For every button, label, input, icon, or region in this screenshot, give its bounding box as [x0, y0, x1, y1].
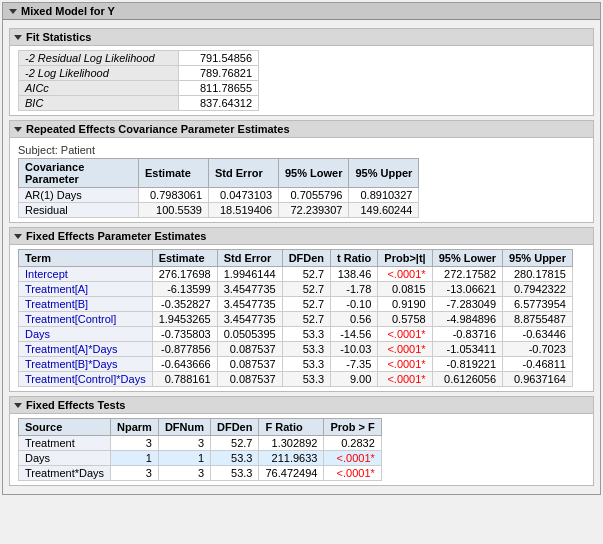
fixed-term: Treatment[Control] — [19, 312, 153, 327]
fixed-tratio: -14.56 — [331, 327, 378, 342]
fixed-col-header: Std Error — [217, 250, 282, 267]
fit-stat-name: -2 Log Likelihood — [19, 66, 179, 81]
test-fratio: 76.472494 — [259, 466, 324, 481]
fixed-estimate: 1.9453265 — [152, 312, 217, 327]
table-row: Treatment[A]*Days -0.877856 0.087537 53.… — [19, 342, 573, 357]
fixed-tratio: -1.78 — [331, 282, 378, 297]
cov-stderr: 18.519406 — [209, 203, 279, 218]
test-source: Days — [19, 451, 111, 466]
fit-stat-value: 789.76821 — [179, 66, 259, 81]
fixed-dfden: 52.7 — [282, 267, 330, 282]
test-col-header: F Ratio — [259, 419, 324, 436]
fixed-upper95: 0.7942322 — [503, 282, 573, 297]
fixed-tests-table: SourceNparmDFNumDFDenF RatioProb > F Tre… — [18, 418, 382, 481]
cov-col-header: 95% Upper — [349, 159, 419, 188]
table-row: Treatment*Days 3 3 53.3 76.472494 <.0001… — [19, 466, 382, 481]
fixed-prob: <.0001* — [378, 372, 432, 387]
test-dfden: 53.3 — [211, 466, 259, 481]
collapse-icon[interactable] — [9, 9, 17, 14]
fixed-collapse-icon[interactable] — [14, 234, 22, 239]
fixed-dfden: 53.3 — [282, 327, 330, 342]
test-prob: <.0001* — [324, 466, 381, 481]
cov-col-header: Estimate — [139, 159, 209, 188]
table-row: Residual 100.5539 18.519406 72.239307 14… — [19, 203, 419, 218]
test-col-header: Nparm — [111, 419, 159, 436]
fixed-stderr: 0.087537 — [217, 357, 282, 372]
fixed-tests-header[interactable]: Fixed Effects Tests — [10, 397, 593, 414]
test-fratio: 1.302892 — [259, 436, 324, 451]
fixed-dfden: 53.3 — [282, 342, 330, 357]
table-row: Treatment[A] -6.13599 3.4547735 52.7 -1.… — [19, 282, 573, 297]
fixed-lower95: 0.6126056 — [432, 372, 502, 387]
fit-stat-name: -2 Residual Log Likelihood — [19, 51, 179, 66]
test-nparm: 3 — [111, 466, 159, 481]
test-source: Treatment — [19, 436, 111, 451]
cov-col-header: Std Error — [209, 159, 279, 188]
table-row: Intercept 276.17698 1.9946144 52.7 138.4… — [19, 267, 573, 282]
fixed-lower95: -1.053411 — [432, 342, 502, 357]
table-row: Treatment 3 3 52.7 1.302892 0.2832 — [19, 436, 382, 451]
fixed-term: Treatment[B]*Days — [19, 357, 153, 372]
main-title: Mixed Model for Y — [21, 5, 115, 17]
fixed-term: Treatment[Control]*Days — [19, 372, 153, 387]
fixed-stderr: 1.9946144 — [217, 267, 282, 282]
subject-label: Subject: Patient — [18, 142, 585, 158]
fit-stat-name: AICc — [19, 81, 179, 96]
test-nparm: 1 — [111, 451, 159, 466]
fixed-dfden: 52.7 — [282, 282, 330, 297]
test-prob: <.0001* — [324, 451, 381, 466]
fixed-lower95: 272.17582 — [432, 267, 502, 282]
test-source: Treatment*Days — [19, 466, 111, 481]
fixed-dfden: 53.3 — [282, 372, 330, 387]
fixed-upper95: 8.8755487 — [503, 312, 573, 327]
table-row: Treatment[Control]*Days 0.788161 0.08753… — [19, 372, 573, 387]
test-dfnum: 3 — [158, 466, 210, 481]
fit-collapse-icon[interactable] — [14, 35, 22, 40]
repeated-effects-section: Repeated Effects Covariance Parameter Es… — [9, 120, 594, 223]
fixed-estimate: -0.735803 — [152, 327, 217, 342]
cov-param: Residual — [19, 203, 139, 218]
fixed-lower95: -0.83716 — [432, 327, 502, 342]
fit-statistics-header[interactable]: Fit Statistics — [10, 29, 593, 46]
main-title-bar: Mixed Model for Y — [3, 3, 600, 20]
fixed-prob: <.0001* — [378, 342, 432, 357]
fixed-lower95: -0.819221 — [432, 357, 502, 372]
test-dfden: 53.3 — [211, 451, 259, 466]
fixed-prob: <.0001* — [378, 327, 432, 342]
fixed-lower95: -4.984896 — [432, 312, 502, 327]
test-col-header: Source — [19, 419, 111, 436]
cov-estimate: 100.5539 — [139, 203, 209, 218]
cov-col-header: CovarianceParameter — [19, 159, 139, 188]
fixed-stderr: 3.4547735 — [217, 282, 282, 297]
cov-stderr: 0.0473103 — [209, 188, 279, 203]
fixed-upper95: 280.17815 — [503, 267, 573, 282]
fit-stat-value: 837.64312 — [179, 96, 259, 111]
repeated-collapse-icon[interactable] — [14, 127, 22, 132]
fixed-upper95: -0.63446 — [503, 327, 573, 342]
fixed-term: Days — [19, 327, 153, 342]
fixed-stderr: 3.4547735 — [217, 312, 282, 327]
cov-estimate: 0.7983061 — [139, 188, 209, 203]
repeated-effects-header[interactable]: Repeated Effects Covariance Parameter Es… — [10, 121, 593, 138]
test-dfden: 52.7 — [211, 436, 259, 451]
fixed-effects-label: Fixed Effects Parameter Estimates — [26, 230, 206, 242]
test-dfnum: 1 — [158, 451, 210, 466]
fixed-estimate: 276.17698 — [152, 267, 217, 282]
fixed-estimate: -0.352827 — [152, 297, 217, 312]
fixed-prob: 0.5758 — [378, 312, 432, 327]
cov-upper95: 0.8910327 — [349, 188, 419, 203]
test-prob: 0.2832 — [324, 436, 381, 451]
fixed-col-header: 95% Lower — [432, 250, 502, 267]
fixed-prob: 0.9190 — [378, 297, 432, 312]
main-panel: Mixed Model for Y Fit Statistics -2 Resi… — [2, 2, 601, 495]
fixed-term: Intercept — [19, 267, 153, 282]
tests-collapse-icon[interactable] — [14, 403, 22, 408]
cov-param: AR(1) Days — [19, 188, 139, 203]
fixed-prob: <.0001* — [378, 357, 432, 372]
table-row: Treatment[B]*Days -0.643666 0.087537 53.… — [19, 357, 573, 372]
fixed-upper95: -0.46811 — [503, 357, 573, 372]
test-col-header: DFDen — [211, 419, 259, 436]
fixed-tratio: -7.35 — [331, 357, 378, 372]
repeated-effects-label: Repeated Effects Covariance Parameter Es… — [26, 123, 290, 135]
fixed-effects-header[interactable]: Fixed Effects Parameter Estimates — [10, 228, 593, 245]
